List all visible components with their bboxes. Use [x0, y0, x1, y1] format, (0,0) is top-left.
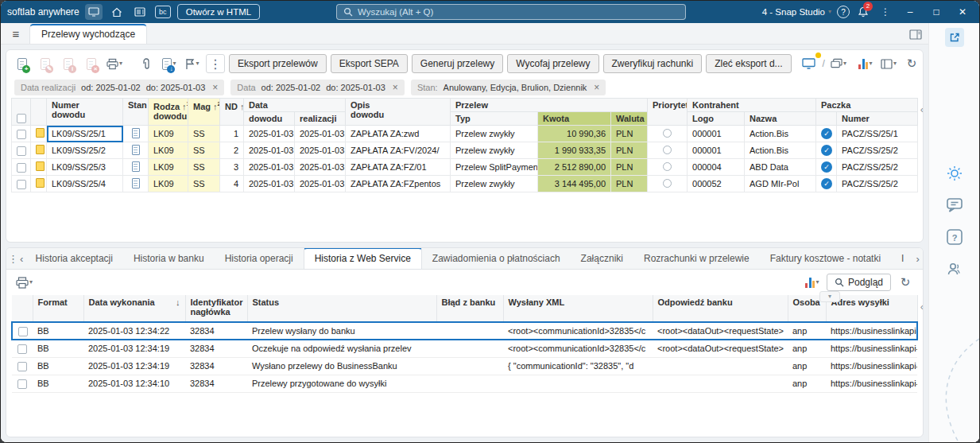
- news-icon[interactable]: [131, 4, 149, 20]
- filter-chip-data-realizacji[interactable]: Data realizacji od: 2025-01-02 do: 2025-…: [14, 80, 224, 95]
- col-data-wykonania[interactable]: Data wykonania↓: [83, 295, 185, 322]
- cell-xml[interactable]: [503, 375, 653, 392]
- minimize-button[interactable]: –: [900, 4, 920, 20]
- side-panel-toggle-icon[interactable]: [906, 25, 925, 44]
- collapse-panel-icon[interactable]: ‹: [920, 301, 924, 312]
- cell-opis[interactable]: ZAPŁATA ZA:FZ/01: [346, 159, 451, 176]
- cell-mag[interactable]: SS: [188, 159, 220, 176]
- row-checkbox[interactable]: [17, 362, 27, 371]
- cell-data-dowodu[interactable]: 2025-01-03: [244, 159, 295, 176]
- col-group-data[interactable]: Data: [244, 99, 346, 112]
- select-all-checkbox[interactable]: [17, 114, 26, 123]
- hamburger-menu-icon[interactable]: ≡: [4, 24, 28, 43]
- cell-adres[interactable]: https://businesslinkapi-test.ass: [826, 357, 917, 375]
- tab-faktury-kosztowe[interactable]: Faktury kosztowe - notatki: [760, 248, 891, 269]
- cell-data-realizacji[interactable]: 2025-01-03: [295, 126, 346, 142]
- cell-waluta[interactable]: PLN: [611, 126, 648, 142]
- order-export-button[interactable]: Zleć eksport d...: [706, 54, 791, 73]
- row-checkbox[interactable]: [17, 379, 27, 389]
- cell-paczka[interactable]: PACZ/SS/25/1: [837, 126, 918, 142]
- collapse-panel-icon[interactable]: ‹: [920, 104, 924, 115]
- cell-odpowiedz[interactable]: [653, 375, 788, 392]
- cell-osoba[interactable]: anp: [788, 322, 826, 340]
- search-input[interactable]: [358, 7, 679, 17]
- cell-blad[interactable]: [436, 322, 503, 340]
- cell-numer[interactable]: LK09/SS/25/3: [47, 159, 123, 176]
- flag-button[interactable]: ▾: [183, 54, 202, 73]
- close-icon[interactable]: ×: [393, 82, 398, 93]
- tab-historia-akceptacji[interactable]: Historia akceptacji: [25, 248, 123, 269]
- cell-adres[interactable]: https://businesslinkapi-test.ass: [826, 375, 917, 392]
- tab-historia-w-banku[interactable]: Historia w banku: [123, 248, 215, 269]
- cell-nazwa[interactable]: Action.Bis: [745, 142, 816, 159]
- cell-format[interactable]: BB: [33, 322, 83, 340]
- cell-kwota[interactable]: 10 990,36: [538, 126, 611, 142]
- row-checkbox[interactable]: [17, 130, 26, 139]
- cell-nd[interactable]: 2: [220, 142, 244, 159]
- cell-adres[interactable]: https://businesslinkapi-test.ass: [826, 340, 917, 357]
- cell-rodzaj[interactable]: LK09: [149, 142, 188, 159]
- detail-print-button[interactable]: ▾: [14, 273, 34, 292]
- add-document-button[interactable]: +: [13, 54, 32, 73]
- detail-tabs-scroll-right-icon[interactable]: ›: [914, 253, 921, 265]
- cell-logo[interactable]: 000052: [688, 176, 745, 192]
- cell-mag[interactable]: SS: [188, 126, 220, 142]
- cell-blad[interactable]: [436, 357, 503, 375]
- maximize-button[interactable]: □: [926, 4, 947, 20]
- print-button[interactable]: ▾: [105, 54, 124, 73]
- cell-nazwa[interactable]: Action.Bis: [745, 126, 816, 142]
- cell-logo[interactable]: 000001: [688, 142, 745, 159]
- col-logo[interactable]: Logo: [688, 112, 745, 126]
- cell-numer[interactable]: LK09/SS/25/4: [47, 176, 123, 192]
- tab-rozrachunki[interactable]: Rozrachunki w przelewie: [633, 248, 760, 269]
- cell-typ[interactable]: Przelew zwykły: [451, 176, 538, 192]
- col-data-dowodu[interactable]: dowodu: [244, 112, 295, 126]
- cell-data-wykonania[interactable]: 2025-01-03 12:34:19: [83, 340, 185, 357]
- row-checkbox[interactable]: [17, 344, 27, 354]
- detail-refresh-icon[interactable]: ↻: [896, 273, 915, 292]
- col-nazwa[interactable]: Nazwa: [745, 112, 816, 126]
- cell-rodzaj[interactable]: LK09: [149, 126, 188, 142]
- cell-mag[interactable]: SS: [188, 176, 220, 192]
- cell-xml[interactable]: <root><communicationId>32835</c: [503, 340, 653, 357]
- col-opis-dowodu[interactable]: Opisdowodu: [346, 99, 451, 126]
- cell-osoba[interactable]: anp: [788, 357, 826, 375]
- chart-button[interactable]: ▾: [856, 54, 875, 73]
- cell-osoba[interactable]: anp: [788, 340, 826, 357]
- col-mag[interactable]: Mag ↑2: [188, 99, 220, 126]
- row-checkbox[interactable]: [17, 146, 26, 156]
- table-row[interactable]: LK09/SS/25/4 LK09 SS 4 2025-01-03 2025-0…: [12, 176, 918, 192]
- tab-zalaczniki[interactable]: Załączniki: [571, 248, 633, 269]
- export-document-button[interactable]: ↓▾: [160, 54, 179, 73]
- cell-rodzaj[interactable]: LK09: [149, 159, 188, 176]
- col-group-paczka[interactable]: Paczka: [816, 99, 918, 112]
- cell-paczka[interactable]: PACZ/SS/25/2: [837, 159, 918, 176]
- cell-identyfikator[interactable]: 32834: [185, 375, 247, 392]
- col-typ[interactable]: Typ: [451, 112, 538, 126]
- cell-odpowiedz[interactable]: <root><dataOut><requestState>: [653, 340, 788, 357]
- row-checkbox[interactable]: [17, 163, 26, 173]
- col-paczka-numer[interactable]: Numer: [837, 112, 918, 126]
- cell-nd[interactable]: 1: [220, 126, 244, 142]
- col-paczka-status[interactable]: [816, 112, 837, 126]
- cell-rodzaj[interactable]: LK09: [149, 176, 188, 192]
- cell-identyfikator[interactable]: 32834: [185, 357, 247, 375]
- cell-data-realizacji[interactable]: 2025-01-03: [295, 142, 346, 159]
- detail-chart-button[interactable]: ▾: [803, 273, 822, 292]
- view-monitor-button[interactable]: [800, 54, 819, 73]
- chat-icon[interactable]: [944, 195, 965, 216]
- cell-data-dowodu[interactable]: 2025-01-03: [244, 142, 295, 159]
- detail-tabs-scroll-left-icon[interactable]: ‹: [18, 253, 25, 265]
- table-row[interactable]: LK09/SS/25/3 LK09 SS 3 2025-01-03 2025-0…: [12, 159, 918, 176]
- export-transfers-button[interactable]: Eksport przelewów: [229, 54, 327, 73]
- cell-status[interactable]: Przelew wysłany do banku: [247, 322, 436, 340]
- verify-accounts-button[interactable]: Zweryfikuj rachunki: [603, 54, 703, 73]
- col-stan[interactable]: Stan: [123, 99, 149, 126]
- help-icon[interactable]: ?: [837, 6, 850, 18]
- col-priorytet[interactable]: Priorytet: [648, 99, 688, 126]
- generate-transfers-button[interactable]: Generuj przelewy: [412, 54, 503, 73]
- cell-blad[interactable]: [436, 340, 503, 357]
- cell-format[interactable]: BB: [33, 357, 83, 375]
- workspace-monitor-icon[interactable]: [85, 4, 103, 20]
- priority-radio[interactable]: [663, 129, 672, 138]
